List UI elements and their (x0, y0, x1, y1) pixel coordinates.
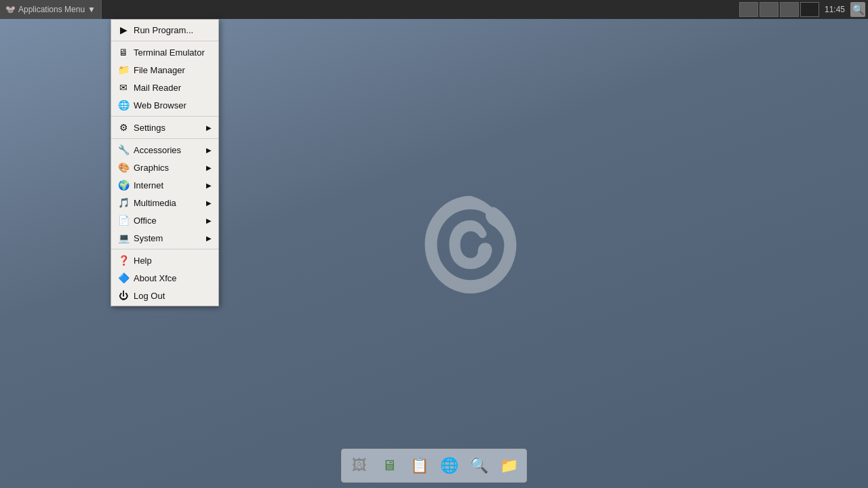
about-xfce-label: About Xfce (134, 273, 177, 283)
applications-menu-button[interactable]: 🐭 Applications Menu ▼ (0, 0, 102, 19)
office-icon: 📄 (118, 215, 129, 226)
dock-files[interactable]: 📋 (406, 452, 433, 479)
dock-search-icon: 🔍 (470, 457, 488, 474)
mail-reader-icon: ✉ (118, 82, 129, 93)
settings-arrow: ▶ (206, 124, 212, 131)
internet-label: Internet (134, 180, 163, 190)
office-arrow: ▶ (206, 217, 212, 224)
internet-arrow: ▶ (206, 182, 212, 189)
office-label: Office (134, 216, 157, 226)
graphics-arrow: ▶ (206, 164, 212, 171)
menu-item-multimedia[interactable]: 🎵 Multimedia ▶ (111, 194, 218, 211)
menu-item-help[interactable]: ❓ Help (111, 251, 218, 269)
help-label: Help (134, 256, 152, 266)
accessories-icon: 🔧 (118, 144, 129, 155)
mail-reader-label: Mail Reader (134, 83, 181, 93)
dock-folder-icon: 📁 (500, 457, 518, 474)
multimedia-label: Multimedia (134, 198, 176, 208)
divider-1 (111, 41, 218, 41)
menu-item-settings[interactable]: ⚙ Settings ▶ (111, 119, 218, 136)
settings-label: Settings (134, 123, 165, 133)
multimedia-icon: 🎵 (118, 197, 129, 208)
dock-show-desktop[interactable]: 🖼 (346, 452, 373, 479)
internet-icon: 🌍 (118, 180, 129, 190)
settings-icon: ⚙ (118, 122, 129, 133)
web-browser-label: Web Browser (134, 100, 186, 110)
log-out-label: Log Out (134, 291, 165, 301)
dock-terminal[interactable]: 🖥 (376, 452, 403, 479)
menu-item-web-browser[interactable]: 🌐 Web Browser (111, 96, 218, 114)
workspace-1[interactable] (739, 2, 758, 17)
apps-arrow: ▼ (87, 5, 96, 14)
menu-item-about-xfce[interactable]: 🔷 About Xfce (111, 269, 218, 287)
show-desktop-icon: 🖼 (352, 457, 367, 474)
divider-2 (111, 116, 218, 117)
workspace-3[interactable] (780, 2, 799, 17)
xfce-icon: 🐭 (5, 5, 16, 14)
system-label: System (134, 233, 163, 243)
application-menu: ▶ Run Program... 🖥 Terminal Emulator 📁 F… (111, 19, 219, 306)
help-icon: ❓ (118, 255, 129, 266)
menu-item-log-out[interactable]: ⏻ Log Out (111, 287, 218, 304)
dock-terminal-icon: 🖥 (382, 457, 397, 474)
menu-item-terminal[interactable]: 🖥 Terminal Emulator (111, 43, 218, 61)
file-manager-label: File Manager (134, 65, 185, 75)
terminal-icon: 🖥 (118, 47, 129, 58)
desktop: 🐭 Applications Menu ▼ 11:45 🔍 ▶ Run Prog… (0, 0, 868, 488)
taskbar-top-right: 11:45 🔍 (739, 2, 868, 17)
taskbar-top: 🐭 Applications Menu ▼ 11:45 🔍 (0, 0, 868, 19)
run-program-icon: ▶ (118, 24, 129, 35)
accessories-label: Accessories (134, 145, 181, 155)
menu-item-mail-reader[interactable]: ✉ Mail Reader (111, 79, 218, 96)
divider-3 (111, 138, 218, 139)
terminal-label: Terminal Emulator (134, 47, 205, 58)
taskbar-top-left: 🐭 Applications Menu ▼ (0, 0, 102, 19)
about-xfce-icon: 🔷 (118, 272, 129, 283)
divider-4 (111, 249, 218, 249)
menu-item-accessories[interactable]: 🔧 Accessories ▶ (111, 141, 218, 159)
dock-search[interactable]: 🔍 (465, 452, 492, 479)
clock: 11:45 (821, 5, 849, 14)
workspace-4[interactable] (800, 2, 819, 17)
system-arrow: ▶ (206, 235, 212, 242)
graphics-icon: 🎨 (118, 162, 129, 173)
menu-item-file-manager[interactable]: 📁 File Manager (111, 61, 218, 79)
log-out-icon: ⏻ (118, 290, 129, 301)
accessories-arrow: ▶ (206, 146, 212, 154)
multimedia-arrow: ▶ (206, 199, 212, 207)
workspace-2[interactable] (760, 2, 778, 17)
menu-item-internet[interactable]: 🌍 Internet ▶ (111, 176, 218, 194)
dock-web-icon: 🌐 (440, 457, 458, 474)
system-icon: 💻 (118, 232, 129, 243)
bottom-dock: 🖼 🖥 📋 🌐 🔍 📁 (341, 449, 527, 483)
dock-file-manager[interactable]: 📁 (495, 452, 522, 479)
debian-logo (410, 183, 532, 319)
menu-item-office[interactable]: 📄 Office ▶ (111, 211, 218, 229)
menu-item-run-program[interactable]: ▶ Run Program... (111, 21, 218, 39)
apps-label: Applications Menu (18, 5, 85, 14)
run-program-label: Run Program... (134, 25, 193, 35)
web-browser-icon: 🌐 (118, 100, 129, 110)
menu-item-system[interactable]: 💻 System ▶ (111, 229, 218, 247)
file-manager-icon: 📁 (118, 64, 129, 75)
dock-web-browser[interactable]: 🌐 (435, 452, 462, 479)
graphics-label: Graphics (134, 163, 169, 173)
menu-item-graphics[interactable]: 🎨 Graphics ▶ (111, 159, 218, 176)
magnifier-button[interactable]: 🔍 (850, 2, 865, 17)
dock-files-icon: 📋 (410, 457, 429, 474)
